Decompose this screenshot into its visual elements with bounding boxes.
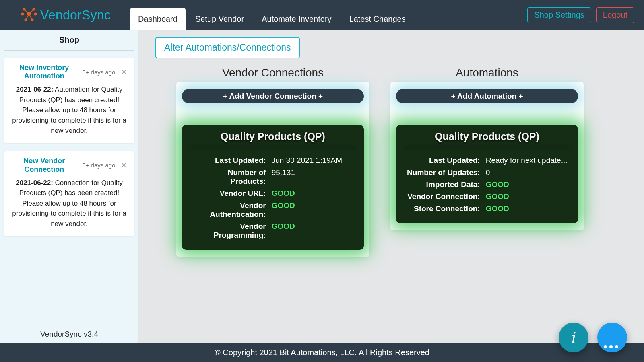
status-badge: GOOD <box>268 221 356 241</box>
card-title: Quality Products (QP) <box>403 131 571 144</box>
chat-icon <box>604 327 621 348</box>
tab-setup-vendor[interactable]: Setup Vendor <box>187 8 252 30</box>
content-dividers <box>229 275 634 300</box>
notification-title[interactable]: New Vendor Connection <box>10 157 78 174</box>
last-updated-value: Jun 30 2021 1:19AM <box>268 155 356 166</box>
vendor-connection-card[interactable]: Quality Products (QP) Last Updated:Jun 3… <box>182 125 364 250</box>
svg-point-10 <box>34 13 37 16</box>
svg-point-9 <box>21 13 24 16</box>
info-fab[interactable]: i <box>559 323 588 352</box>
vendor-details: Last Updated:Jun 30 2021 1:19AM Number o… <box>189 154 357 242</box>
close-icon[interactable]: × <box>120 161 128 170</box>
last-updated-value: Ready for next update... <box>483 155 570 166</box>
panel-title: Automations <box>390 66 584 79</box>
status-badge: GOOD <box>483 179 570 190</box>
add-automation-button[interactable]: + Add Automation + <box>396 89 578 103</box>
tab-dashboard[interactable]: Dashboard <box>130 8 186 30</box>
status-badge: GOOD <box>483 191 570 202</box>
num-updates-value: 0 <box>483 167 570 178</box>
status-badge: GOOD <box>268 200 356 220</box>
automation-details: Last Updated:Ready for next update... Nu… <box>403 154 571 215</box>
close-icon[interactable]: × <box>120 68 128 76</box>
tab-automate-inventory[interactable]: Automate Inventory <box>254 8 339 30</box>
svg-point-8 <box>33 8 35 11</box>
brand[interactable]: VendorSync <box>21 6 111 24</box>
app-version: VendorSync v3.4 <box>4 330 134 343</box>
shop-settings-button[interactable]: Shop Settings <box>527 7 591 23</box>
tab-latest-changes[interactable]: Latest Changes <box>341 8 414 30</box>
notification-age: 5+ days ago <box>81 69 117 76</box>
status-badge: GOOD <box>268 188 356 199</box>
alter-automations-button[interactable]: Alter Automations/Connections <box>155 37 300 58</box>
sidebar: Shop New Inventory Automation 5+ days ag… <box>0 30 138 343</box>
info-icon: i <box>571 328 576 347</box>
add-vendor-connection-button[interactable]: + Add Vendor Connection + <box>182 89 364 103</box>
sidebar-divider <box>4 50 134 51</box>
chat-fab[interactable] <box>597 323 627 352</box>
logout-button[interactable]: Logout <box>596 7 634 23</box>
nav-tabs: Dashboard Setup Vendor Automate Inventor… <box>130 0 414 30</box>
panel-title: Vendor Connections <box>176 66 369 79</box>
notification-age: 5+ days ago <box>81 162 117 169</box>
vendor-connections-panel: Vendor Connections + Add Vendor Connecti… <box>176 66 369 257</box>
svg-point-11 <box>25 19 27 21</box>
notification-card: New Vendor Connection 5+ days ago × 2021… <box>4 151 134 237</box>
network-icon <box>21 6 37 24</box>
brand-name: VendorSync <box>40 8 111 23</box>
notification-title[interactable]: New Inventory Automation <box>10 64 78 80</box>
top-nav: VendorSync Dashboard Setup Vendor Automa… <box>0 0 644 30</box>
footer: © Copyright 2021 Bit Automations, LLC. A… <box>0 343 644 362</box>
num-products-value: 95,131 <box>268 167 356 187</box>
card-title: Quality Products (QP) <box>189 131 357 144</box>
sidebar-title: Shop <box>4 35 134 45</box>
copyright: © Copyright 2021 Bit Automations, LLC. A… <box>215 348 429 357</box>
notification-body: 2021-06-22: Connection for Quality Produ… <box>10 178 128 229</box>
status-badge: GOOD <box>483 203 570 214</box>
svg-point-7 <box>23 8 26 11</box>
notification-card: New Inventory Automation 5+ days ago × 2… <box>4 58 134 143</box>
automations-panel: Automations + Add Automation + Quality P… <box>390 66 584 257</box>
svg-point-6 <box>27 12 31 16</box>
automation-card[interactable]: Quality Products (QP) Last Updated:Ready… <box>396 125 578 223</box>
notification-body: 2021-06-22: Automation for Quality Produ… <box>10 84 128 136</box>
svg-point-12 <box>31 19 34 21</box>
main-content: Alter Automations/Connections Vendor Con… <box>138 30 644 343</box>
